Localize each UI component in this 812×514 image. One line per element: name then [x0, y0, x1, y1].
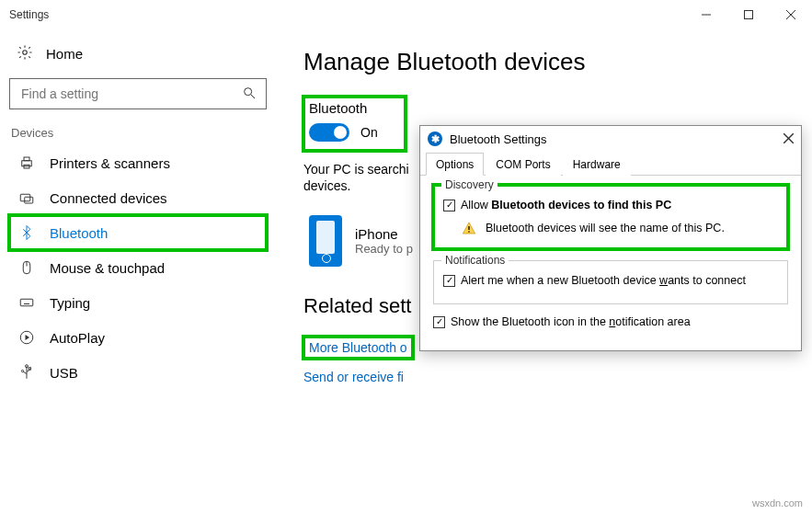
window-title: Settings	[9, 8, 49, 21]
sidebar-item-label: USB	[50, 365, 78, 381]
svg-rect-8	[24, 157, 29, 161]
dialog-titlebar: ✱ Bluetooth Settings	[420, 126, 801, 152]
allow-discovery-label: Allow Bluetooth devices to find this PC	[461, 199, 671, 211]
show-bt-icon-checkbox[interactable]: ✓	[433, 316, 445, 328]
dialog-tabs: Options COM Ports Hardware	[420, 152, 801, 176]
svg-marker-21	[26, 335, 30, 340]
home-label: Home	[46, 46, 83, 62]
printer-icon	[18, 154, 35, 171]
tab-options[interactable]: Options	[426, 153, 484, 176]
svg-line-6	[251, 95, 255, 98]
svg-point-4	[23, 51, 28, 55]
tab-com-ports[interactable]: COM Ports	[486, 153, 560, 176]
sidebar-item-label: Connected devices	[50, 190, 167, 206]
source-watermark: wsxdn.com	[752, 497, 803, 508]
svg-point-30	[468, 231, 470, 233]
link-send-receive-files[interactable]: Send or receive fi	[303, 370, 404, 384]
svg-rect-11	[25, 197, 33, 203]
discovery-legend: Discovery	[441, 178, 497, 191]
sidebar-item-label: Printers & scanners	[50, 155, 170, 171]
page-title: Manage Bluetooth devices	[303, 48, 803, 76]
allow-discovery-row[interactable]: ✓ Allow Bluetooth devices to find this P…	[443, 199, 778, 211]
bluetooth-settings-dialog: ✱ Bluetooth Settings Options COM Ports H…	[419, 125, 802, 351]
sidebar-item-label: Bluetooth	[50, 225, 108, 241]
dialog-close-button[interactable]	[783, 131, 794, 146]
sidebar-item-autoplay[interactable]: AutoPlay	[9, 320, 267, 355]
search-icon	[242, 86, 257, 103]
bluetooth-icon: ✱	[428, 131, 442, 146]
sidebar-item-printers[interactable]: Printers & scanners	[9, 145, 267, 180]
bluetooth-toggle-label: Bluetooth	[309, 100, 378, 116]
svg-rect-1	[745, 11, 753, 19]
device-status: Ready to p	[355, 242, 413, 256]
bluetooth-toggle-block: Bluetooth On	[303, 97, 406, 151]
svg-rect-14	[20, 299, 33, 306]
keyboard-icon	[18, 294, 35, 311]
svg-rect-7	[22, 161, 32, 166]
svg-rect-24	[29, 368, 30, 370]
warning-icon	[462, 221, 476, 235]
device-name: iPhone	[355, 226, 413, 242]
sidebar-item-typing[interactable]: Typing	[9, 285, 267, 320]
discovery-warning-text: Bluetooth devices will see the name of t…	[486, 222, 725, 234]
show-bt-icon-row[interactable]: ✓ Show the Bluetooth icon in the notific…	[433, 315, 788, 328]
svg-rect-10	[20, 194, 30, 201]
autoplay-icon	[18, 329, 35, 346]
mouse-icon	[18, 259, 35, 276]
usb-icon	[18, 364, 35, 381]
maximize-button[interactable]	[727, 0, 770, 29]
sidebar-item-label: AutoPlay	[50, 330, 105, 346]
sidebar-item-bluetooth[interactable]: Bluetooth	[9, 215, 267, 250]
sidebar-item-usb[interactable]: USB	[9, 355, 267, 390]
svg-point-25	[21, 370, 23, 371]
allow-discovery-checkbox[interactable]: ✓	[443, 200, 455, 211]
minimize-button[interactable]	[685, 0, 727, 29]
bluetooth-icon	[18, 224, 35, 241]
alert-new-device-checkbox[interactable]: ✓	[443, 275, 455, 287]
close-button[interactable]	[770, 0, 812, 29]
sidebar-section-label: Devices	[11, 126, 267, 140]
search-input[interactable]	[19, 86, 242, 102]
window-titlebar: Settings	[0, 0, 812, 29]
show-bt-icon-label: Show the Bluetooth icon in the notificat…	[451, 315, 691, 328]
search-box[interactable]	[9, 78, 267, 109]
sidebar-item-label: Mouse & touchpad	[50, 260, 165, 276]
notifications-group: Notifications ✓ Alert me when a new Blue…	[433, 260, 788, 304]
home-nav[interactable]: Home	[9, 39, 267, 78]
bluetooth-toggle[interactable]	[309, 123, 349, 142]
svg-point-5	[245, 87, 252, 95]
gear-icon	[17, 44, 33, 63]
dialog-title: Bluetooth Settings	[450, 132, 547, 146]
notifications-legend: Notifications	[441, 254, 509, 267]
connected-icon	[18, 189, 35, 206]
sidebar-item-mouse[interactable]: Mouse & touchpad	[9, 250, 267, 285]
tab-hardware[interactable]: Hardware	[563, 153, 631, 176]
alert-new-device-label: Alert me when a new Bluetooth device wan…	[461, 274, 746, 287]
link-more-bluetooth-options[interactable]: More Bluetooth o	[303, 337, 413, 359]
discovery-warning: Bluetooth devices will see the name of t…	[443, 221, 778, 235]
bluetooth-toggle-state: On	[360, 125, 378, 140]
phone-icon	[309, 215, 342, 267]
sidebar-item-label: Typing	[50, 295, 90, 311]
sidebar-item-connected[interactable]: Connected devices	[9, 180, 267, 215]
window-controls	[685, 0, 812, 29]
alert-new-device-row[interactable]: ✓ Alert me when a new Bluetooth device w…	[443, 274, 778, 287]
sidebar: Home Devices Printers & scanners Connect…	[0, 29, 276, 514]
discovery-group: Discovery ✓ Allow Bluetooth devices to f…	[433, 185, 788, 249]
